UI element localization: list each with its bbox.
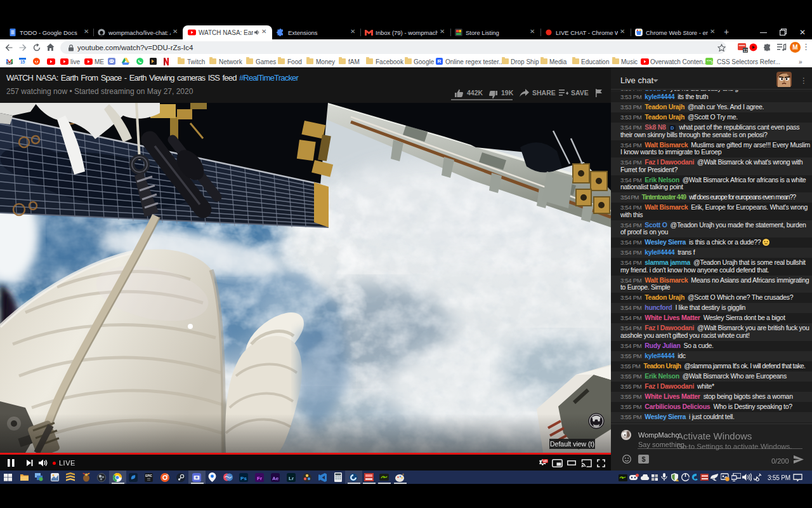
svg-text:12: 12 (743, 48, 748, 53)
svg-text:3: 3 (711, 60, 713, 64)
svg-text:Fr: Fr (257, 476, 262, 481)
svg-text:15: 15 (20, 60, 25, 64)
svg-text:Ps: Ps (240, 476, 247, 481)
svg-text:Lr: Lr (289, 476, 294, 481)
svg-text:HD: HD (543, 460, 547, 463)
svg-text:EPIC: EPIC (145, 474, 152, 478)
svg-text:Ae: Ae (272, 476, 279, 481)
svg-text:$: $ (641, 455, 645, 463)
svg-text:!: ! (677, 479, 678, 481)
svg-text:TOP: TOP (6, 62, 13, 65)
